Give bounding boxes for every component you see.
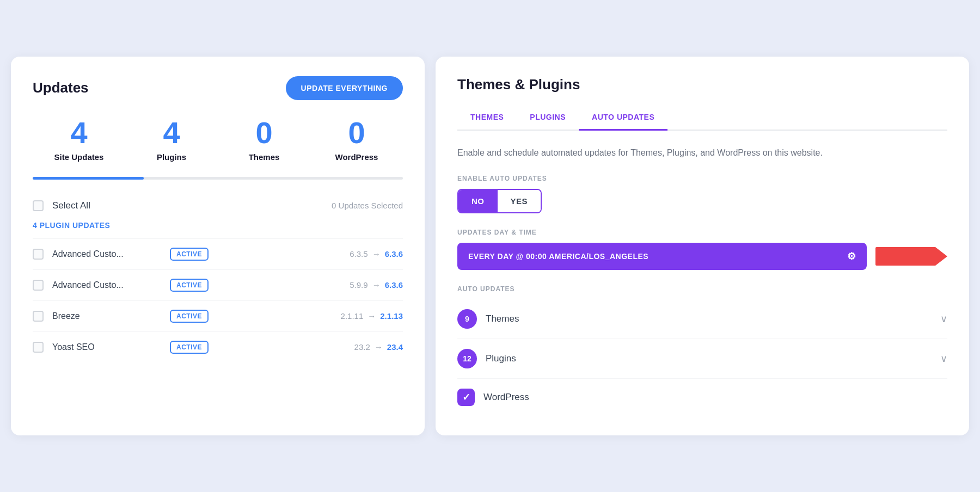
schedule-wrapper: EVERY DAY @ 00:00 AMERICA/LOS_ANGELES ⚙ (457, 243, 947, 270)
stat-label: Plugins (157, 152, 186, 162)
enable-toggle-group: NO YES (457, 189, 542, 213)
plugin-row: Yoast SEO ACTIVE 23.2 → 23.4 (33, 331, 403, 362)
stat-number: 0 (348, 118, 365, 148)
active-badge: ACTIVE (170, 248, 209, 261)
auto-update-item-themes: 9 Themes ∨ (457, 299, 947, 339)
chevron-down-icon[interactable]: ∨ (940, 313, 947, 325)
stat-label: WordPress (335, 152, 378, 162)
auto-update-list: 9 Themes ∨ 12 Plugins ∨ ✓ WordPress (457, 299, 947, 416)
toggle-no-button[interactable]: NO (458, 190, 498, 212)
plugin-checkbox-2[interactable] (33, 311, 44, 322)
version-info: 23.2 → 23.4 (354, 342, 403, 352)
red-arrow (875, 247, 947, 266)
auto-update-label: WordPress (483, 392, 947, 403)
version-from: 23.2 (354, 342, 370, 352)
themes-plugins-panel: Themes & Plugins THEMESPLUGINSAUTO UPDAT… (436, 57, 969, 436)
stat-item-wordpress: 0 WordPress (310, 118, 403, 162)
version-new: 6.3.6 (385, 249, 403, 259)
auto-update-item-plugins: 12 Plugins ∨ (457, 339, 947, 379)
arrow-body (875, 247, 935, 266)
count-badge: 12 (457, 349, 477, 368)
version-arrow: → (375, 342, 383, 352)
version-from: 6.3.5 (350, 249, 367, 259)
version-new: 23.4 (387, 342, 403, 352)
version-arrow: → (372, 249, 381, 259)
gear-icon[interactable]: ⚙ (847, 250, 856, 262)
stat-label: Themes (249, 152, 280, 162)
tab-description: Enable and schedule automated updates fo… (457, 146, 947, 160)
enable-auto-updates-label: ENABLE AUTO UPDATES (457, 175, 947, 182)
toggle-yes-button[interactable]: YES (498, 190, 541, 212)
auto-update-label: Plugins (486, 353, 932, 364)
stat-item-plugins: 4 Plugins (125, 118, 218, 162)
tab-auto-updates[interactable]: AUTO UPDATES (579, 106, 667, 131)
stats-row: 4 Site Updates 4 Plugins 0 Themes 0 Word… (33, 118, 403, 162)
version-new: 6.3.6 (385, 280, 403, 290)
stat-number: 0 (255, 118, 272, 148)
progress-bar-fill (33, 177, 144, 180)
wordpress-checkbox[interactable]: ✓ (457, 389, 475, 406)
version-info: 6.3.5 → 6.3.6 (350, 249, 403, 259)
updates-title: Updates (33, 79, 89, 96)
schedule-text: EVERY DAY @ 00:00 AMERICA/LOS_ANGELES (468, 252, 841, 261)
version-arrow: → (367, 311, 376, 321)
tabs-row: THEMESPLUGINSAUTO UPDATES (457, 106, 947, 131)
schedule-label: UPDATES DAY & TIME (457, 229, 947, 236)
version-arrow: → (372, 280, 381, 290)
auto-updates-label: AUTO UPDATES (457, 285, 947, 293)
active-badge: ACTIVE (170, 279, 209, 292)
left-header: Updates UPDATE EVERYTHING (33, 76, 403, 100)
version-from: 5.9.9 (350, 280, 367, 290)
plugin-updates-heading: 4 PLUGIN UPDATES (33, 221, 403, 230)
plugin-row: Advanced Custo... ACTIVE 5.9.9 → 6.3.6 (33, 269, 403, 300)
version-new: 2.1.13 (380, 311, 403, 321)
stat-number: 4 (163, 118, 180, 148)
version-info: 5.9.9 → 6.3.6 (350, 280, 403, 290)
tab-plugins[interactable]: PLUGINS (517, 106, 579, 131)
plugin-list: Advanced Custo... ACTIVE 6.3.5 → 6.3.6 A… (33, 238, 403, 362)
plugin-name: Breeze (52, 311, 161, 321)
schedule-section: UPDATES DAY & TIME EVERY DAY @ 00:00 AME… (457, 229, 947, 270)
plugin-name: Advanced Custo... (52, 280, 161, 290)
active-badge: ACTIVE (170, 310, 209, 323)
stat-item-themes: 0 Themes (218, 118, 310, 162)
version-info: 2.1.11 → 2.1.13 (341, 311, 403, 321)
stat-label: Site Updates (54, 152, 104, 162)
stat-item-site-updates: 4 Site Updates (33, 118, 125, 162)
auto-update-label: Themes (486, 313, 932, 324)
arrow-head (935, 247, 947, 266)
auto-update-item-wordpress: ✓ WordPress (457, 379, 947, 416)
updates-panel: Updates UPDATE EVERYTHING 4 Site Updates… (11, 57, 425, 436)
updates-selected-count: 0 Updates Selected (332, 201, 403, 210)
plugin-row: Advanced Custo... ACTIVE 6.3.5 → 6.3.6 (33, 238, 403, 269)
plugin-row: Breeze ACTIVE 2.1.11 → 2.1.13 (33, 300, 403, 331)
plugin-name: Yoast SEO (52, 342, 161, 352)
version-from: 2.1.11 (341, 311, 364, 321)
plugin-checkbox-3[interactable] (33, 342, 44, 353)
plugin-checkbox-0[interactable] (33, 249, 44, 260)
stat-number: 4 (70, 118, 87, 148)
tab-themes[interactable]: THEMES (457, 106, 517, 131)
select-all-left: Select All (33, 200, 90, 211)
auto-updates-section: AUTO UPDATES 9 Themes ∨ 12 Plugins ∨ ✓ W… (457, 285, 947, 416)
count-badge: 9 (457, 309, 477, 329)
select-all-label: Select All (52, 200, 90, 211)
chevron-down-icon[interactable]: ∨ (940, 353, 947, 365)
schedule-bar[interactable]: EVERY DAY @ 00:00 AMERICA/LOS_ANGELES ⚙ (457, 243, 867, 270)
checkmark-icon: ✓ (462, 391, 470, 403)
select-all-checkbox[interactable] (33, 200, 44, 211)
plugin-name: Advanced Custo... (52, 249, 161, 259)
plugin-checkbox-1[interactable] (33, 280, 44, 291)
active-badge: ACTIVE (170, 341, 209, 354)
update-everything-button[interactable]: UPDATE EVERYTHING (286, 76, 403, 100)
right-panel-title: Themes & Plugins (457, 76, 947, 93)
progress-bar (33, 177, 403, 180)
select-all-row: Select All 0 Updates Selected (33, 195, 403, 217)
